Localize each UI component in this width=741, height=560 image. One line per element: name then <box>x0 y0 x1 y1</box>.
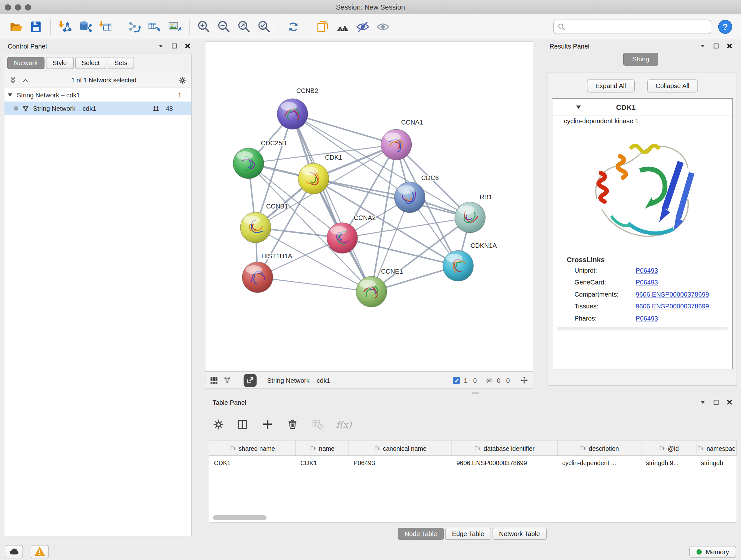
tab-style[interactable]: Style <box>46 57 73 69</box>
graphics-details-icon[interactable] <box>333 17 353 37</box>
network-node[interactable] <box>277 99 308 129</box>
tab-select[interactable]: Select <box>75 57 106 69</box>
zoom-out-icon[interactable] <box>214 17 234 37</box>
expand-all-icon[interactable] <box>22 76 29 84</box>
show-all-eye-icon[interactable] <box>373 17 393 37</box>
column-header[interactable]: namespac <box>696 441 737 456</box>
selected-counter: 1 - 0 <box>464 377 477 384</box>
network-collection-row[interactable]: String Network – cdk1 1 <box>4 88 191 102</box>
tab-edge-table[interactable]: Edge Table <box>445 528 491 540</box>
tab-network-table[interactable]: Network Table <box>492 528 547 540</box>
maximize-panel-icon[interactable] <box>171 42 178 50</box>
cloud-status-button[interactable] <box>5 545 23 558</box>
network-edge[interactable] <box>293 114 372 292</box>
crosslink-link[interactable]: P06493 <box>636 279 658 286</box>
expand-all-button[interactable]: Expand All <box>587 79 635 92</box>
external-link-button[interactable] <box>244 374 257 387</box>
network-canvas[interactable]: CCNB2CCNA1CDC25BCDK1CDC6RB1CCNB1CCNA2CDK… <box>205 41 533 372</box>
network-node[interactable] <box>233 148 264 179</box>
search-input[interactable] <box>568 23 707 31</box>
horizontal-scrollbar[interactable] <box>213 515 267 520</box>
network-edge[interactable] <box>258 277 372 292</box>
float-panel-icon[interactable] <box>699 42 706 50</box>
export-image-icon[interactable] <box>165 17 185 37</box>
tab-node-table[interactable]: Node Table <box>398 528 444 540</box>
network-node[interactable] <box>242 262 273 293</box>
close-panel-icon[interactable] <box>184 42 192 50</box>
minimize-window-button[interactable] <box>15 4 21 11</box>
network-node[interactable] <box>394 182 425 212</box>
tree-expand-icon[interactable] <box>7 92 13 98</box>
splitter-handle[interactable] <box>472 392 479 394</box>
grid-view-icon[interactable] <box>210 376 218 384</box>
zoom-fit-icon[interactable] <box>234 17 254 37</box>
warning-status-button[interactable] <box>30 545 49 558</box>
save-session-icon[interactable] <box>26 17 46 37</box>
zoom-in-icon[interactable] <box>194 17 214 37</box>
tab-sets[interactable]: Sets <box>108 57 134 69</box>
network-edge[interactable] <box>342 238 458 266</box>
refresh-view-icon[interactable] <box>283 17 304 37</box>
hide-selected-eye-icon[interactable] <box>353 17 373 37</box>
table-row[interactable]: CDK1 CDK1 P06493 9606.ENSP00000378699 cy… <box>209 455 737 469</box>
close-window-button[interactable] <box>5 4 11 11</box>
help-icon[interactable]: ? <box>715 17 735 37</box>
column-header[interactable]: canonical name <box>349 441 452 456</box>
collapse-gene-icon[interactable] <box>576 104 582 110</box>
column-header[interactable]: name <box>295 441 349 456</box>
crosslink-link[interactable]: P06493 <box>636 315 658 322</box>
export-table-icon[interactable] <box>145 17 165 37</box>
memory-button[interactable]: Memory <box>689 546 736 558</box>
network-node[interactable] <box>240 212 271 243</box>
close-panel-icon[interactable] <box>726 398 733 406</box>
network-node[interactable] <box>298 164 329 194</box>
tab-network[interactable]: Network <box>7 57 44 69</box>
crosslink-link[interactable]: 9606.ENSP00000378699 <box>636 303 709 310</box>
show-columns-icon[interactable] <box>237 418 249 431</box>
import-network-database-icon[interactable] <box>75 17 95 37</box>
gear-icon[interactable] <box>179 76 186 84</box>
sort-icon <box>659 445 665 451</box>
pan-crosshair-icon[interactable] <box>521 376 528 384</box>
selected-nodes-checkbox[interactable] <box>453 377 460 384</box>
network-node[interactable] <box>356 276 387 307</box>
network-row-selected[interactable]: String Network – cdk1 11 48 <box>4 102 191 115</box>
maximize-window-button[interactable] <box>25 4 31 11</box>
crosslink-link[interactable]: P06493 <box>636 267 658 274</box>
import-table-file-icon[interactable] <box>95 17 116 37</box>
collection-count: 1 <box>178 91 182 99</box>
network-node[interactable] <box>381 129 412 160</box>
collapse-all-icon[interactable] <box>9 76 17 84</box>
hidden-eye-icon[interactable] <box>485 376 493 384</box>
node-label: CDC6 <box>421 174 439 181</box>
toolbar-search[interactable] <box>553 19 711 34</box>
maximize-panel-icon[interactable] <box>712 42 720 50</box>
network-graph[interactable]: CCNB2CCNA1CDC25BCDK1CDC6RB1CCNB1CCNA2CDK… <box>205 42 533 371</box>
network-edge[interactable] <box>293 114 397 145</box>
column-header[interactable]: database identifier <box>452 441 557 456</box>
column-header[interactable]: shared name <box>209 441 296 456</box>
open-session-icon[interactable] <box>6 17 26 37</box>
share-network-icon[interactable] <box>224 376 231 384</box>
import-network-file-icon[interactable] <box>55 17 75 37</box>
network-node[interactable] <box>327 223 358 253</box>
zoom-selected-icon[interactable] <box>254 17 274 37</box>
add-column-icon[interactable] <box>261 418 274 431</box>
column-header[interactable]: @id <box>641 441 696 456</box>
float-panel-icon[interactable] <box>157 42 165 50</box>
network-node[interactable] <box>455 202 485 233</box>
network-node[interactable] <box>443 251 474 281</box>
delete-column-icon[interactable] <box>286 418 299 431</box>
float-panel-icon[interactable] <box>699 398 706 406</box>
collapse-all-button[interactable]: Collapse All <box>647 79 698 92</box>
results-tab-string[interactable]: String <box>623 53 658 66</box>
column-header[interactable]: description <box>557 441 642 456</box>
maximize-panel-icon[interactable] <box>712 398 720 406</box>
gene-card-scrollbar[interactable] <box>557 327 728 331</box>
table-gear-icon[interactable] <box>212 419 224 430</box>
command-snapshot-icon[interactable] <box>313 17 333 37</box>
new-network-from-selection-icon[interactable] <box>125 17 145 37</box>
crosslink-link[interactable]: 9606.ENSP00000378699 <box>636 291 709 298</box>
close-panel-icon[interactable] <box>726 42 733 50</box>
node-count: 11 <box>153 105 159 112</box>
